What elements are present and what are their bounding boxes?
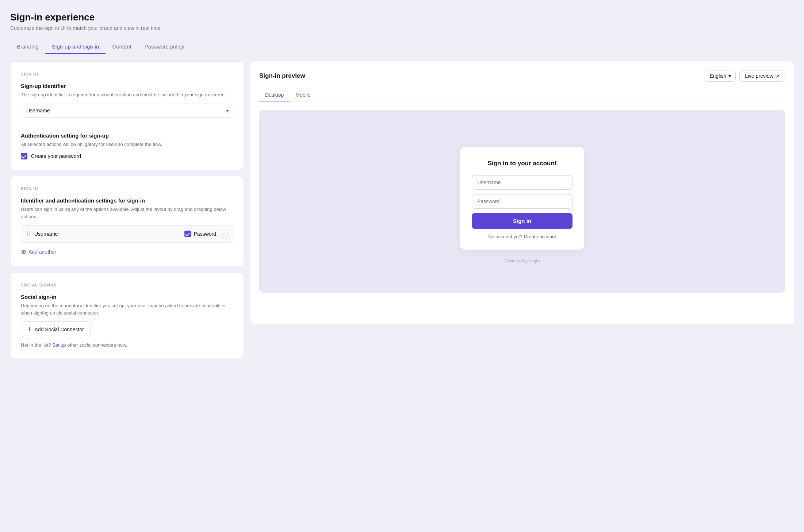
password-checkbox-label: Password xyxy=(194,231,216,237)
identifier-select[interactable]: Username Email Phone xyxy=(21,104,233,117)
identifier-row-name: Username xyxy=(34,231,181,237)
auth-setting-desc: All selected actions will be obligatory … xyxy=(21,141,233,148)
preview-controls: English ▾ Live preview ↗ xyxy=(705,70,785,82)
add-another-button[interactable]: ⊕ Add another xyxy=(21,248,56,256)
preview-tab-desktop[interactable]: Desktop xyxy=(259,89,290,101)
signin-preview-title: Sign in to your account xyxy=(472,160,573,167)
setup-link[interactable]: Set up xyxy=(52,342,66,348)
identifier-row: ⠿ Username Password − xyxy=(21,225,233,243)
no-account-row: No account yet? Create account xyxy=(472,234,573,239)
right-panel: Sign-in preview English ▾ Live preview ↗… xyxy=(250,61,794,324)
social-title: Social sign-in xyxy=(21,294,233,300)
password-checkbox[interactable] xyxy=(184,231,191,237)
signin-preview-button[interactable]: Sign in xyxy=(472,213,573,229)
signin-section-label: SIGN IN xyxy=(21,186,233,191)
create-password-label: Create your password xyxy=(31,153,81,159)
no-account-text: No account yet? xyxy=(488,234,522,239)
remove-identifier-button[interactable]: − xyxy=(220,230,228,238)
tab-content[interactable]: Content xyxy=(106,40,138,54)
preview-tabs: Desktop Mobile xyxy=(259,89,785,101)
page-title: Sign-in experience xyxy=(10,12,794,23)
auth-setting-title: Authentication setting for sign-up xyxy=(21,132,233,139)
tab-password-policy[interactable]: Password policy xyxy=(138,40,191,54)
left-panel: SIGN UP Sign-up identifier The sign-up i… xyxy=(10,61,244,358)
signin-card: SIGN IN Identifier and authentication se… xyxy=(10,176,244,266)
tab-branding[interactable]: Branding xyxy=(10,40,45,54)
language-label: English xyxy=(709,73,726,79)
preview-title: Sign-in preview xyxy=(259,72,305,80)
preview-area: Sign in to your account Sign in No accou… xyxy=(259,110,785,293)
divider-1 xyxy=(21,125,233,125)
signin-preview-card: Sign in to your account Sign in No accou… xyxy=(460,147,584,250)
create-password-checkbox[interactable] xyxy=(21,153,27,159)
social-section-label: SOCIAL SIGN-IN xyxy=(21,283,233,287)
preview-header: Sign-in preview English ▾ Live preview ↗ xyxy=(259,70,785,82)
signup-card: SIGN UP Sign-up identifier The sign-up i… xyxy=(10,61,244,170)
tab-signup-signin[interactable]: Sign-up and sign-in xyxy=(45,40,106,54)
password-checkbox-row: Password xyxy=(184,231,216,237)
social-signin-card: SOCIAL SIGN-IN Social sign-in Depending … xyxy=(10,272,244,358)
drag-handle-icon[interactable]: ⠿ xyxy=(26,231,31,238)
add-social-plus-icon: + xyxy=(28,325,32,333)
signup-identifier-title: Sign-up identifier xyxy=(21,83,233,89)
signin-identifier-title: Identifier and authentication settings f… xyxy=(21,197,233,204)
preview-tab-mobile[interactable]: Mobile xyxy=(290,89,316,101)
signin-identifier-desc: Users can sign in using any of the optio… xyxy=(21,206,233,220)
main-tabs: Branding Sign-up and sign-in Content Pas… xyxy=(10,40,794,54)
create-account-link[interactable]: Create account xyxy=(524,234,556,239)
lang-arrow-icon: ▾ xyxy=(728,73,731,79)
add-social-connector-button[interactable]: + Add Social Connector xyxy=(21,321,91,337)
add-another-label: Add another xyxy=(28,249,56,255)
create-password-row: Create your password xyxy=(21,153,233,159)
external-link-icon: ↗ xyxy=(776,73,780,79)
identifier-select-wrapper: Username Email Phone ▾ xyxy=(21,104,233,117)
signup-section-label: SIGN UP xyxy=(21,72,233,76)
live-preview-label: Live preview xyxy=(745,73,773,79)
signup-identifier-desc: The sign-up identifier is required for a… xyxy=(21,91,233,99)
username-input[interactable] xyxy=(472,175,573,190)
main-layout: SIGN UP Sign-up identifier The sign-up i… xyxy=(10,61,794,358)
plus-icon: ⊕ xyxy=(21,248,26,256)
powered-by: Powered by Logto xyxy=(505,258,540,263)
page-subtitle: Customize the sign in UI to match your b… xyxy=(10,25,794,31)
not-in-list-text: Not in the list? Set up other social con… xyxy=(21,342,233,348)
social-desc: Depending on the mandatory identifier yo… xyxy=(21,302,233,316)
live-preview-button[interactable]: Live preview ↗ xyxy=(739,70,785,82)
password-input[interactable] xyxy=(472,194,573,209)
add-social-label: Add Social Connector xyxy=(35,327,84,332)
language-select[interactable]: English ▾ xyxy=(705,70,736,82)
